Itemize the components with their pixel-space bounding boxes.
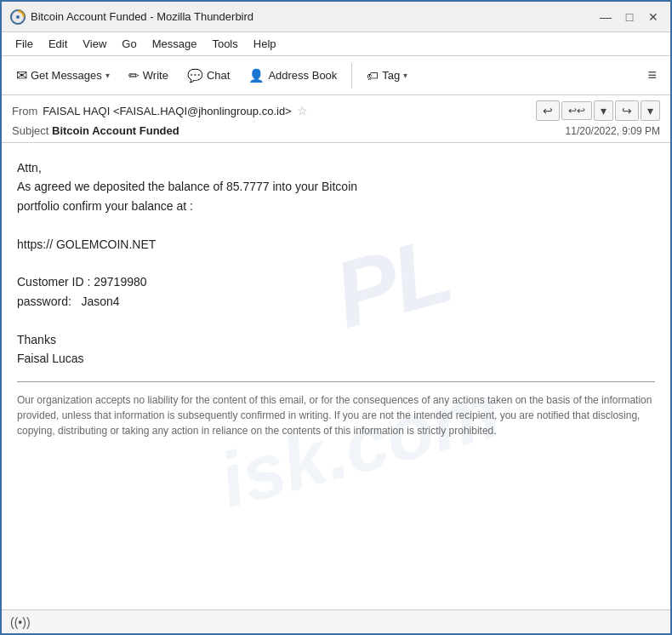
from-row: From FAISAL HAQI <FAISAL.HAQI@jhonlingro… [12,100,660,121]
subject-area: Subject Bitcoin Account Funded [12,124,179,137]
body-line-7: Thanks [17,330,655,349]
write-icon: ✏ [128,68,140,83]
forward-button[interactable]: ↪ [615,100,639,121]
chat-icon: 💬 [187,68,203,83]
status-bar: ((•)) [2,609,670,633]
tag-label: Tag [382,69,400,82]
body-line-5: Customer ID : 29719980 [17,272,655,291]
body-line-3: portfolio confirm your balance at : [17,197,655,215]
menu-tools[interactable]: Tools [205,36,244,52]
subject-label: Subject [12,124,48,137]
svg-point-2 [16,15,20,19]
star-icon[interactable]: ☆ [297,104,308,117]
hamburger-menu-button[interactable]: ≡ [641,63,663,88]
connection-status-icon: ((•)) [10,615,31,629]
menu-message[interactable]: Message [145,36,204,52]
address-book-label: Address Book [268,69,337,82]
window-title: Bitcoin Account Funded - Mozilla Thunder… [31,10,253,23]
body-line-2: As agreed we deposited the balance of 85… [17,177,655,196]
write-button[interactable]: ✏ Write [121,64,176,88]
chat-label: Chat [207,69,230,82]
get-messages-icon: ✉ [16,67,27,83]
address-book-icon: 👤 [248,68,265,83]
email-body: PL isk.com Attn, As agreed we deposited … [2,143,670,609]
toolbar-separator [351,63,352,89]
toolbar-right: ≡ [641,63,663,88]
window-controls: — □ ✕ [597,9,662,26]
menu-file[interactable]: File [9,36,40,52]
from-left: From FAISAL HAQI <FAISAL.HAQI@jhonlingro… [12,104,308,117]
menu-view[interactable]: View [76,36,113,52]
from-label: From [12,105,37,117]
reply-all-button[interactable]: ↩↩ [561,101,592,120]
maximize-button[interactable]: □ [621,9,638,26]
menu-edit[interactable]: Edit [42,36,74,52]
tag-arrow-icon: ▾ [403,71,407,80]
menu-go[interactable]: Go [115,36,143,52]
address-book-button[interactable]: 👤 Address Book [241,64,345,88]
tag-icon: 🏷 [367,69,379,83]
title-bar: Bitcoin Account Funded - Mozilla Thunder… [2,2,670,32]
disclaimer-text: Our organization accepts no liability fo… [17,392,655,438]
body-line-8: Faisal Lucas [17,349,655,368]
menu-help[interactable]: Help [247,36,283,52]
tag-button[interactable]: 🏷 Tag ▾ [359,65,415,87]
write-label: Write [143,69,168,82]
subject-value: Bitcoin Account Funded [52,124,179,137]
email-header: From FAISAL HAQI <FAISAL.HAQI@jhonlingro… [2,95,670,143]
title-bar-left: Bitcoin Account Funded - Mozilla Thunder… [10,9,253,25]
chat-button[interactable]: 💬 Chat [179,64,237,88]
email-nav-buttons: ↩ ↩↩ ▾ ↪ ▾ [536,100,660,121]
main-window: Bitcoin Account Funded - Mozilla Thunder… [0,0,672,635]
body-line-1: Attn, [17,158,655,177]
from-value: FAISAL HAQI <FAISAL.HAQI@jhonlingroup.co… [43,105,291,117]
get-messages-arrow-icon: ▾ [105,71,110,80]
subject-row: Subject Bitcoin Account Funded 11/20/202… [12,124,660,137]
body-line-6: password: Jason4 [17,292,655,311]
body-line-4: https:// GOLEMCOIN.NET [17,235,655,254]
nav-dropdown-button[interactable]: ▾ [594,100,613,121]
email-body-text: Attn, As agreed we deposited the balance… [17,158,655,438]
minimize-button[interactable]: — [597,9,614,26]
email-date: 11/20/2022, 9:09 PM [566,125,660,137]
forward-dropdown-button[interactable]: ▾ [641,100,660,121]
app-icon [10,9,26,25]
get-messages-button[interactable]: ✉ Get Messages ▾ [9,63,117,88]
get-messages-label: Get Messages [31,69,102,82]
close-button[interactable]: ✕ [645,9,662,26]
menu-bar: File Edit View Go Message Tools Help [2,32,670,56]
reply-button[interactable]: ↩ [536,100,560,121]
body-divider [17,381,655,382]
toolbar: ✉ Get Messages ▾ ✏ Write 💬 Chat 👤 Addres… [2,56,670,95]
